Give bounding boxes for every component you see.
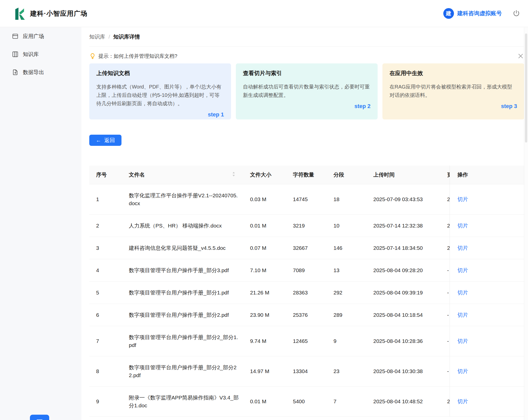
slice-link[interactable]: 切片 — [457, 245, 468, 251]
cell-size: 0.03 M — [245, 184, 288, 214]
step-card-label: step 1 — [96, 111, 224, 118]
back-button-label: 返回 — [104, 137, 115, 144]
logout-icon[interactable] — [513, 10, 520, 17]
slice-link[interactable]: 切片 — [457, 267, 468, 273]
slice-link[interactable]: 切片 — [457, 338, 468, 344]
slice-link[interactable]: 切片 — [457, 223, 468, 229]
breadcrumb-parent[interactable]: 知识库 — [89, 33, 105, 40]
cell-segments: 7 — [328, 386, 368, 416]
cell-action: 切片 — [450, 184, 524, 214]
header-account-area: 建 建科咨询虚拟账号 — [443, 8, 520, 19]
scrollbar-thumb[interactable] — [525, 33, 527, 143]
table-row: 4数字项目管理平台用户操作手册_部分3.pdf7.10 M7089132025-… — [89, 259, 524, 281]
cell-action: 切片 — [450, 356, 524, 386]
cell-filename: 数字项目管理平台用户操作手册_部分3.pdf — [124, 259, 245, 281]
avatar[interactable]: 建 — [443, 8, 454, 19]
cell-size: 23.90 M — [245, 304, 288, 326]
column-header-segments: 分段 — [328, 166, 368, 184]
sidebar-item-2[interactable]: 知识库 — [0, 45, 81, 63]
cell-clipped: 2 — [442, 237, 450, 259]
cell-action: 切片 — [450, 304, 524, 326]
cell-segments: 146 — [328, 237, 368, 259]
cell-chars: 5400 — [288, 386, 328, 416]
cell-index: 5 — [89, 281, 124, 304]
cell-action: 切片 — [450, 386, 524, 416]
cell-clipped: - — [442, 326, 450, 356]
column-header-uploaded: 上传时间 — [368, 166, 442, 184]
cell-uploaded: 2025-08-04 09:39:19 — [368, 281, 442, 304]
cell-filename: 人力系统（PS、HR） 移动端操作.docx — [124, 214, 245, 237]
slice-link[interactable]: 切片 — [457, 398, 468, 404]
cell-chars: 28363 — [288, 281, 328, 304]
cell-uploaded: 2025-08-04 10:30:38 — [368, 356, 442, 386]
cell-index: 3 — [89, 237, 124, 259]
cell-segments: 18 — [328, 184, 368, 214]
cell-clipped: 2 — [442, 386, 450, 416]
sort-icon[interactable] — [232, 171, 236, 178]
back-button[interactable]: ← 返回 — [89, 135, 121, 146]
cell-uploaded: 2025-07-14 12:32:38 — [368, 214, 442, 237]
cell-filename: 数字项目管理平台用户操作手册_部分2_部分22.pdf — [124, 356, 245, 386]
cell-size: 0.07 M — [245, 237, 288, 259]
vertical-scrollbar[interactable] — [524, 27, 528, 420]
slice-link[interactable]: 切片 — [457, 196, 468, 202]
cell-index: 2 — [89, 214, 124, 237]
table-row: 2人力系统（PS、HR） 移动端操作.docx0.01 M3219102025-… — [89, 214, 524, 237]
cell-index: 8 — [89, 356, 124, 386]
table-row: 7数字项目管理平台用户操作手册_部分2_部分1.pdf9.74 M1246592… — [89, 326, 524, 356]
menu-fold-icon — [36, 418, 43, 420]
cell-chars: 7089 — [288, 259, 328, 281]
column-header-chars: 字符数量 — [288, 166, 328, 184]
step-card-title: 查看切片与索引 — [243, 69, 371, 77]
cell-segments: 292 — [328, 281, 368, 304]
cell-filename: 附录一《数字监理APP简易操作指南》V3.4_部分1.doc — [124, 386, 245, 416]
cell-chars: 12465 — [288, 326, 328, 356]
back-arrow-icon: ← — [96, 137, 101, 143]
app-title: 建科·小智应用广场 — [30, 9, 87, 18]
cell-index: 6 — [89, 304, 124, 326]
cell-uploaded: 2025-08-04 10:28:36 — [368, 326, 442, 356]
cell-uploaded: 2025-08-04 10:48:52 — [368, 386, 442, 416]
export-icon — [12, 69, 19, 76]
sidebar-item-label: 应用广场 — [23, 33, 44, 40]
table-row: 3建科咨询信息化常见问题答疑_v4.5.5.doc0.07 M326671462… — [89, 237, 524, 259]
cell-chars: 32667 — [288, 237, 328, 259]
tip-text: 提示：如何上传并管理知识库文档? — [98, 53, 177, 60]
cell-clipped: - — [442, 259, 450, 281]
cell-segments: 23 — [328, 356, 368, 386]
slice-link[interactable]: 切片 — [457, 312, 468, 318]
cell-filename: 数字项目管理平台用户操作手册_部分2.pdf — [124, 304, 245, 326]
cell-index: 7 — [89, 326, 124, 356]
close-icon[interactable] — [517, 52, 524, 60]
cell-action: 切片 — [450, 237, 524, 259]
sidebar-item-1[interactable]: 应用广场 — [0, 27, 81, 45]
cell-uploaded: 2025-07-09 03:43:53 — [368, 184, 442, 214]
doc-table-body: 1数字化监理工作平台操作手册V2.1--20240705.docx0.03 M1… — [89, 184, 524, 416]
lightbulb-icon — [89, 53, 96, 59]
cell-chars: 25376 — [288, 304, 328, 326]
apps-icon — [12, 33, 19, 40]
cell-size: 0.01 M — [245, 214, 288, 237]
tip-banner: 提示：如何上传并管理知识库文档? — [89, 51, 524, 61]
sidebar-item-3[interactable]: 数据导出 — [0, 63, 81, 81]
cell-chars: 13304 — [288, 356, 328, 386]
brand-logo-icon — [13, 7, 26, 20]
main-content: 知识库 / 知识库详情 提示：如何上传并管理知识库文档? 上传知识文档支持多种格… — [81, 27, 528, 420]
cell-uploaded: 2025-07-14 18:34:50 — [368, 237, 442, 259]
account-name[interactable]: 建科咨询虚拟账号 — [457, 10, 502, 17]
sidebar-item-label: 知识库 — [23, 51, 39, 58]
column-header-filename[interactable]: 文件名 — [124, 166, 245, 184]
cell-segments: 10 — [328, 214, 368, 237]
breadcrumb: 知识库 / 知识库详情 — [89, 27, 524, 47]
sidebar-collapse-button[interactable] — [30, 415, 49, 420]
step-card-3: 在应用中生效在RAG应用中切片将会被模型检索并召回，形成大模型对话的依据语料。s… — [382, 63, 524, 119]
cell-filename: 数字项目管理平台用户操作手册_部分1.pdf — [124, 281, 245, 304]
cell-size: 0.01 M — [245, 386, 288, 416]
slice-link[interactable]: 切片 — [457, 290, 468, 295]
slice-link[interactable]: 切片 — [457, 368, 468, 374]
column-header-index: 序号 — [89, 166, 124, 184]
step-card-1: 上传知识文档支持多种格式（Word、PDF、图片等），单个/总大小有上限，上传后… — [89, 63, 231, 119]
cell-segments: 13 — [328, 259, 368, 281]
breadcrumb-current: 知识库详情 — [113, 33, 140, 40]
step-card-2: 查看切片与索引自动解析成功后可查看切片数量与索引状态，必要时可重新生成或调整配置… — [236, 63, 378, 119]
